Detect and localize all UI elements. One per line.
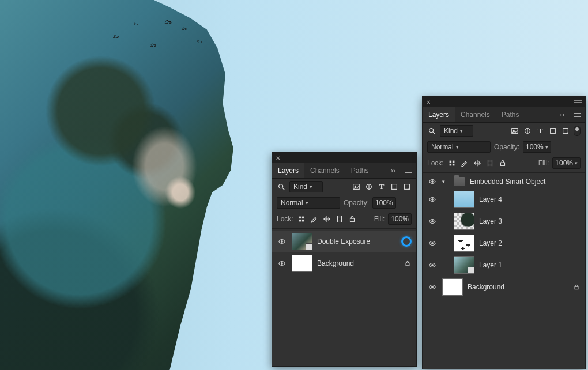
artboard-lock-icon[interactable] — [335, 214, 344, 224]
opacity-label: Opacity: — [344, 199, 369, 207]
svg-point-32 — [432, 243, 434, 244]
adjustment-filter-icon[interactable] — [523, 126, 532, 135]
visibility-icon[interactable] — [427, 239, 438, 247]
visibility-icon[interactable] — [427, 261, 438, 269]
filter-toggle[interactable] — [574, 126, 581, 136]
visibility-icon[interactable] — [277, 259, 287, 267]
more-icon[interactable]: ›› — [386, 167, 400, 175]
close-panel-icon[interactable]: ✕ — [426, 99, 431, 105]
pixel-lock-icon[interactable] — [447, 158, 457, 168]
tab-channels[interactable]: Channels — [304, 163, 345, 178]
layer-name[interactable]: Background — [468, 283, 568, 291]
chevron-down-icon: ▾ — [310, 184, 312, 190]
lock-indicator-icon — [404, 260, 412, 267]
layer-row[interactable]: Layer 2 — [423, 233, 585, 254]
fill-input[interactable]: 100% ▾ — [552, 157, 581, 169]
tab-layers[interactable]: Layers — [272, 163, 304, 178]
visibility-icon[interactable] — [427, 195, 438, 203]
opacity-input[interactable]: 100% ▾ — [523, 141, 551, 153]
visibility-icon[interactable] — [277, 237, 287, 246]
position-lock-icon[interactable] — [473, 158, 482, 168]
svg-rect-9 — [299, 220, 301, 222]
layer-row[interactable]: Double Exposure — [272, 231, 416, 252]
smartobject-filter-icon[interactable] — [402, 182, 412, 191]
tab-paths[interactable]: Paths — [345, 163, 375, 178]
brush-lock-icon[interactable] — [460, 158, 469, 168]
filter-kind-select[interactable]: Kind ▾ — [440, 125, 473, 137]
more-icon[interactable]: ›› — [555, 111, 569, 119]
layer-thumbnail[interactable] — [454, 235, 474, 252]
artboard-lock-icon[interactable] — [485, 158, 495, 168]
group-name[interactable]: Embedded Smart Object — [470, 178, 581, 186]
svg-rect-25 — [449, 164, 451, 166]
tab-paths[interactable]: Paths — [496, 107, 525, 122]
adjustment-filter-icon[interactable] — [364, 182, 374, 191]
opacity-input[interactable]: 100% — [372, 197, 396, 209]
blend-mode-select[interactable]: Normal ▾ — [277, 197, 340, 209]
layer-name[interactable]: Layer 3 — [479, 217, 581, 225]
visibility-icon[interactable] — [427, 283, 438, 291]
brush-lock-icon[interactable] — [310, 214, 319, 224]
decorative-bird: 𐦐 — [182, 25, 187, 31]
svg-point-34 — [432, 286, 434, 288]
svg-point-30 — [432, 199, 434, 201]
svg-point-13 — [281, 241, 283, 243]
fill-input[interactable]: 100% — [388, 213, 412, 225]
position-lock-icon[interactable] — [322, 214, 331, 224]
shape-filter-icon[interactable] — [548, 126, 557, 135]
panel-titlebar[interactable]: ✕ — [423, 97, 585, 107]
layer-name[interactable]: Layer 4 — [479, 195, 581, 203]
layer-group-row[interactable]: ▾ Embedded Smart Object — [423, 175, 585, 188]
layer-name[interactable]: Double Exposure — [317, 237, 397, 246]
svg-rect-23 — [449, 161, 451, 163]
layer-thumbnail[interactable] — [292, 255, 312, 272]
layer-name[interactable]: Background — [317, 259, 399, 267]
lock-row: Lock: Fill: 100% ▾ — [423, 155, 585, 173]
blend-mode-select[interactable]: Normal ▾ — [427, 141, 491, 153]
folder-icon — [454, 177, 465, 186]
svg-rect-26 — [453, 164, 455, 166]
shape-filter-icon[interactable] — [390, 182, 399, 191]
lock-row: Lock: Fill: 100% — [272, 211, 416, 229]
filter-kind-select[interactable]: Kind ▾ — [289, 181, 323, 192]
layer-thumbnail[interactable] — [454, 213, 474, 230]
layer-thumbnail[interactable] — [454, 191, 474, 208]
svg-line-1 — [282, 188, 285, 190]
type-filter-icon[interactable]: T — [377, 182, 386, 191]
layers-panel-1: ✕ Layers Channels Paths ›› Kind ▾ T Norm… — [272, 152, 417, 367]
layer-thumbnail[interactable] — [292, 233, 312, 250]
pixel-lock-icon[interactable] — [297, 214, 306, 224]
visibility-icon[interactable] — [427, 217, 438, 225]
layer-row[interactable]: Layer 4 — [423, 189, 585, 210]
layer-thumbnail[interactable] — [442, 278, 463, 296]
panel-grip-icon[interactable] — [574, 100, 582, 104]
layer-row[interactable]: Background — [272, 253, 416, 274]
panel-tabs: Layers Channels Paths ›› — [272, 163, 416, 179]
image-filter-icon[interactable] — [510, 126, 519, 135]
lock-all-icon[interactable] — [348, 214, 357, 224]
tab-layers[interactable]: Layers — [423, 107, 455, 122]
svg-rect-8 — [302, 217, 304, 219]
lock-all-icon[interactable] — [498, 158, 507, 168]
chevron-down-icon: ▾ — [575, 160, 578, 166]
close-panel-icon[interactable]: ✕ — [276, 155, 280, 161]
tab-channels[interactable]: Channels — [455, 107, 496, 122]
image-filter-icon[interactable] — [352, 182, 361, 191]
layer-row[interactable]: Background — [423, 277, 585, 297]
type-filter-icon[interactable]: T — [536, 126, 545, 135]
svg-rect-11 — [337, 217, 341, 221]
smartobject-filter-icon[interactable] — [561, 126, 570, 135]
layer-name[interactable]: Layer 1 — [479, 261, 581, 269]
panel-titlebar[interactable]: ✕ — [272, 153, 416, 163]
layer-row[interactable]: Layer 3 — [423, 211, 585, 232]
panel-menu-icon[interactable] — [569, 113, 585, 117]
layer-name[interactable]: Layer 2 — [479, 239, 581, 247]
svg-point-0 — [279, 184, 283, 188]
chevron-down-icon: ▾ — [456, 144, 459, 150]
disclosure-triangle-icon[interactable]: ▾ — [442, 179, 449, 184]
visibility-icon[interactable] — [427, 178, 438, 186]
panel-menu-icon[interactable] — [400, 169, 416, 173]
decorative-bird: 𐦐 — [133, 20, 138, 27]
layer-row[interactable]: Layer 1 — [423, 255, 585, 275]
layer-thumbnail[interactable] — [454, 256, 474, 274]
